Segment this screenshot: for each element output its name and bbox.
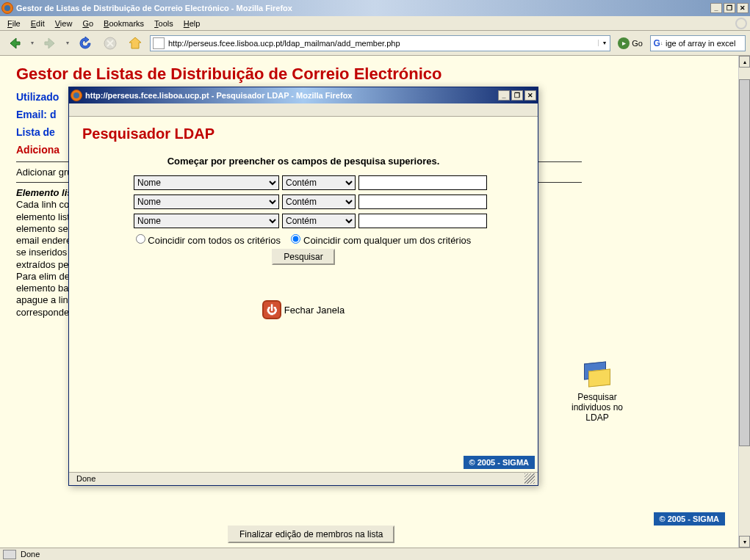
search-box[interactable]: G↓ — [650, 35, 746, 51]
forward-button[interactable] — [40, 34, 60, 53]
menubar: File Edit View Go Bookmarks Tools Help — [0, 16, 750, 31]
popup-toolbar-spacer — [69, 103, 538, 117]
page-heading: Gestor de Listas de Distribuição de Corr… — [16, 65, 722, 84]
forward-dropdown[interactable]: ▾ — [65, 34, 71, 52]
url-bar[interactable]: ▾ — [150, 35, 610, 51]
stop-button[interactable] — [100, 34, 120, 53]
popup-restore-button[interactable]: ❐ — [511, 90, 523, 101]
firefox-icon — [1, 2, 13, 14]
popup-content: Pesquisador LDAP Começar por preencher o… — [69, 117, 538, 472]
ldap-popup-window[interactable]: http://perseus.fcee.lisboa.ucp.pt - Pesq… — [68, 87, 538, 486]
ldap-search-link[interactable]: Pesquisar individuos no LDAP — [568, 363, 627, 423]
envelope-search-icon — [583, 363, 612, 389]
nav-toolbar: ▾ ▾ ▾ ▸ Go G↓ — [0, 31, 750, 56]
menu-tools[interactable]: Tools — [150, 18, 178, 29]
reload-button[interactable] — [75, 34, 95, 53]
search-row-3: Nome Contém — [134, 214, 524, 228]
back-button[interactable] — [4, 34, 25, 53]
menu-go[interactable]: Go — [78, 18, 98, 29]
value-input-1[interactable] — [358, 175, 487, 190]
menu-bookmarks[interactable]: Bookmarks — [99, 18, 148, 29]
menu-edit[interactable]: Edit — [26, 18, 49, 29]
throbber-icon — [735, 18, 747, 29]
popup-heading: Pesquisador LDAP — [82, 126, 524, 142]
popup-status-text: Done — [76, 474, 95, 483]
scroll-thumb[interactable] — [739, 79, 750, 446]
field-select-3[interactable]: Nome — [134, 214, 279, 228]
resize-grip[interactable] — [524, 473, 535, 484]
google-icon: G↓ — [652, 37, 664, 49]
popup-minimize-button[interactable]: _ — [498, 90, 510, 101]
menu-view[interactable]: View — [51, 18, 77, 29]
finalize-button[interactable]: Finalizar edição de membros na lista — [228, 526, 394, 543]
scroll-up[interactable]: ▴ — [739, 56, 750, 68]
go-label: Go — [632, 39, 643, 48]
popup-instruction: Começar por preencher os campos de pesqu… — [82, 156, 524, 167]
url-input[interactable] — [167, 37, 598, 49]
power-icon: ⏻ — [262, 300, 281, 319]
main-titlebar[interactable]: Gestor de Listas de Distribuição de Corr… — [0, 0, 750, 16]
minimize-button[interactable]: _ — [710, 3, 722, 13]
value-input-2[interactable] — [358, 194, 487, 209]
search-row-2: Nome Contém — [134, 194, 524, 209]
restore-button[interactable]: ❐ — [724, 3, 735, 13]
close-window-link[interactable]: ⏻ Fechar Janela — [82, 300, 524, 319]
field-select-1[interactable]: Nome — [134, 175, 279, 190]
scroll-down[interactable]: ▾ — [739, 536, 750, 548]
main-window-title: Gestor de Listas de Distribuição de Corr… — [16, 4, 710, 12]
vertical-scrollbar[interactable]: ▴ ▾ — [738, 56, 750, 548]
match-all-radio[interactable]: Coincidir com todos os critérios — [136, 235, 281, 246]
menu-file[interactable]: File — [3, 18, 25, 29]
search-row-1: Nome Contém — [134, 175, 524, 190]
popup-title: http://perseus.fcee.lisboa.ucp.pt - Pesq… — [85, 91, 498, 100]
popup-statusbar: Done — [69, 472, 538, 484]
value-input-3[interactable] — [358, 214, 487, 228]
operator-select-2[interactable]: Contém — [282, 194, 356, 209]
popup-titlebar[interactable]: http://perseus.fcee.lisboa.ucp.pt - Pesq… — [69, 87, 538, 103]
go-button[interactable]: ▸ Go — [615, 36, 646, 51]
main-statusbar: Done — [0, 548, 750, 560]
menu-help[interactable]: Help — [179, 18, 205, 29]
status-icon — [3, 550, 16, 559]
popup-close-button[interactable]: ✕ — [524, 90, 536, 101]
page-icon — [153, 37, 165, 49]
close-button[interactable]: ✕ — [737, 3, 749, 13]
popup-sigma-badge: © 2005 - SIGMA — [464, 456, 535, 469]
search-button[interactable]: Pesquisar — [272, 249, 334, 265]
match-mode-row: Coincidir com todos os critérios Coincid… — [82, 234, 524, 246]
search-input[interactable] — [666, 39, 745, 48]
back-dropdown[interactable]: ▾ — [29, 34, 35, 52]
match-any-radio[interactable]: Coincidir com qualquer um dos critérios — [291, 235, 471, 246]
url-dropdown[interactable]: ▾ — [598, 40, 610, 46]
field-select-2[interactable]: Nome — [134, 194, 279, 209]
firefox-icon — [71, 90, 82, 101]
operator-select-1[interactable]: Contém — [282, 175, 356, 190]
home-button[interactable] — [125, 34, 145, 53]
status-text: Done — [21, 550, 40, 559]
operator-select-3[interactable]: Contém — [282, 214, 356, 228]
sigma-badge: © 2005 - SIGMA — [654, 512, 725, 526]
